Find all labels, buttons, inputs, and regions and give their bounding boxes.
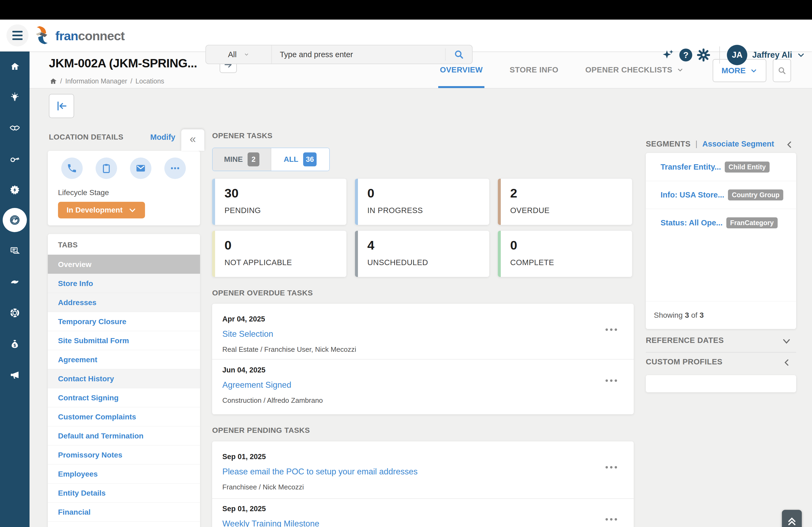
header-divider [719, 46, 720, 64]
sidebar-item-overview[interactable]: Overview [48, 255, 200, 274]
custom-profiles-empty-card [646, 375, 796, 392]
sidebar-item-agreement[interactable]: Agreement [48, 350, 200, 369]
collapse-panel-button[interactable] [49, 94, 74, 118]
status-color-stripe [355, 179, 358, 225]
segments-count-footer: Showing3of3 [646, 301, 796, 329]
search-submit-button[interactable] [445, 48, 472, 61]
task-meta: Real Estate / Franchise User, Nick Mecoz… [222, 345, 634, 353]
phone-icon [67, 163, 77, 174]
sidebar-item-default-and-termination[interactable]: Default and Termination [48, 426, 200, 445]
envelope-icon [135, 163, 146, 174]
sidebar-item-store-info[interactable]: Store Info [48, 274, 200, 293]
segment-link[interactable]: Status: All Ope... [661, 219, 723, 227]
tab-store-info[interactable]: STORE INFO [510, 51, 559, 88]
ellipsis-icon [170, 163, 180, 174]
task-meta: Construction / Alfredo Zambrano [222, 396, 634, 405]
toggle-all[interactable]: ALL 36 [271, 148, 330, 171]
global-search-input[interactable] [272, 50, 445, 59]
nav-funds-moneybag-icon[interactable]: $ [0, 331, 30, 357]
ai-assistant-button[interactable] [659, 48, 677, 62]
chevron-left-icon[interactable] [785, 140, 794, 149]
task-options-button[interactable] [606, 466, 617, 468]
task-link[interactable]: Please email the POC to setup your email… [222, 467, 418, 477]
lifecycle-stage-label: Lifecycle Stage [58, 189, 109, 197]
nav-home-icon[interactable] [0, 54, 30, 79]
task-options-button[interactable] [606, 328, 617, 331]
segment-link[interactable]: Info: USA Store... [661, 191, 724, 199]
stat-card-pending[interactable]: 30 PENDING [212, 179, 346, 225]
nav-feedback-chat-icon[interactable] [0, 238, 30, 264]
nav-handshake-icon[interactable] [0, 115, 30, 141]
stat-card-not-applicable[interactable]: 0 NOT APPLICABLE [212, 231, 346, 277]
franconnect-app: franconnect All ? [0, 0, 812, 527]
svg-text:$: $ [13, 343, 16, 348]
separator: | [695, 139, 698, 148]
segment-type-badge: Child Entity [725, 162, 770, 172]
more-actions-button[interactable] [164, 157, 186, 179]
sidebar-item-contact-history[interactable]: Contact History [48, 369, 200, 388]
user-avatar[interactable]: JA [727, 45, 747, 65]
search-icon [453, 49, 464, 60]
task-date: Jun 04, 2025 [222, 366, 634, 374]
sidebar-item-site-submittal-form[interactable]: Site Submittal Form [48, 331, 200, 350]
sidebar-item-customer-complaints[interactable]: Customer Complaints [48, 407, 200, 426]
sidebar-item-entity-details[interactable]: Entity Details [48, 483, 200, 502]
task-link[interactable]: Weekly Training Milestone [222, 519, 319, 527]
nav-ideas-lightbulb-icon[interactable] [0, 85, 30, 110]
sidebar-item-contract-signing[interactable]: Contract Signing [48, 388, 200, 407]
stat-value: 0 [224, 238, 231, 253]
collapse-details-tab[interactable]: « [181, 129, 204, 151]
opener-pending-tasks-heading: OPENER PENDING TASKS [212, 426, 310, 435]
associate-segment-link[interactable]: Associate Segment [702, 139, 774, 148]
sidebar-item-addresses[interactable]: Addresses [48, 293, 200, 312]
scroll-to-top-button[interactable] [782, 510, 802, 527]
reference-dates-accordion[interactable]: REFERENCE DATES [646, 336, 796, 351]
tasks-clipboard-button[interactable] [96, 157, 117, 179]
status-color-stripe [355, 231, 358, 277]
nav-support-ring-icon[interactable] [0, 300, 30, 326]
settings-button[interactable] [695, 48, 712, 62]
segment-link[interactable]: Transfer Entity... [661, 163, 721, 171]
search-scope-select[interactable]: All [206, 45, 272, 64]
chevron-down-icon[interactable] [797, 51, 805, 59]
hamburger-menu-button[interactable] [6, 25, 28, 46]
nav-key-icon[interactable] [0, 146, 30, 172]
segment-row: Info: USA Store... Country Group [646, 181, 796, 209]
franconnect-logo[interactable]: franconnect [33, 26, 125, 46]
task-date: Apr 04, 2025 [222, 315, 634, 323]
user-name[interactable]: Jaffrey Ali [752, 50, 792, 60]
breadcrumb-information-manager[interactable]: Information Manager [65, 77, 127, 85]
opener-tasks-heading: OPENER TASKS [212, 132, 273, 140]
stat-card-unscheduled[interactable]: 4 UNSCHEDULED [355, 231, 489, 277]
breadcrumb-locations[interactable]: Locations [135, 77, 164, 85]
task-options-button[interactable] [606, 518, 617, 521]
custom-profiles-accordion[interactable]: CUSTOM PROFILES [646, 358, 796, 373]
sidebar-item-financial[interactable]: Financial [48, 502, 200, 521]
toggle-mine[interactable]: MINE 2 [213, 148, 271, 171]
nav-dashboard-gauge-icon-active[interactable] [0, 207, 30, 233]
nav-marketing-megaphone-icon[interactable] [0, 362, 30, 388]
sidebar-item-temporary-closure[interactable]: Temporary Closure [48, 312, 200, 331]
sidebar-item-guarantors[interactable]: Guarantors [48, 521, 200, 527]
task-options-button[interactable] [606, 379, 617, 382]
sidebar-item-employees[interactable]: Employees [48, 464, 200, 483]
home-icon[interactable] [49, 77, 57, 85]
call-button[interactable] [61, 157, 83, 179]
email-button[interactable] [130, 157, 151, 179]
nav-automation-badge-icon[interactable] [0, 177, 30, 203]
help-button[interactable]: ? [677, 48, 695, 61]
stat-card-complete[interactable]: 0 COMPLETE [498, 231, 632, 277]
stat-card-overdue[interactable]: 2 OVERDUE [498, 179, 632, 225]
stat-value: 4 [367, 238, 374, 253]
task-link[interactable]: Site Selection [222, 329, 273, 339]
modify-link[interactable]: Modify [150, 133, 175, 142]
stat-card-in-progress[interactable]: 0 IN PROGRESS [355, 179, 489, 225]
stat-label: IN PROGRESS [367, 206, 423, 215]
task-link[interactable]: Agreement Signed [222, 380, 291, 390]
header-actions: ? JA Jaffrey Ali [659, 45, 805, 65]
nav-seeds-icon[interactable] [0, 269, 30, 295]
stat-label: NOT APPLICABLE [224, 258, 292, 267]
task-date: Sep 01, 2025 [222, 505, 634, 513]
lifecycle-stage-dropdown[interactable]: In Development [58, 202, 145, 219]
sidebar-item-promissory-notes[interactable]: Promissory Notes [48, 445, 200, 464]
